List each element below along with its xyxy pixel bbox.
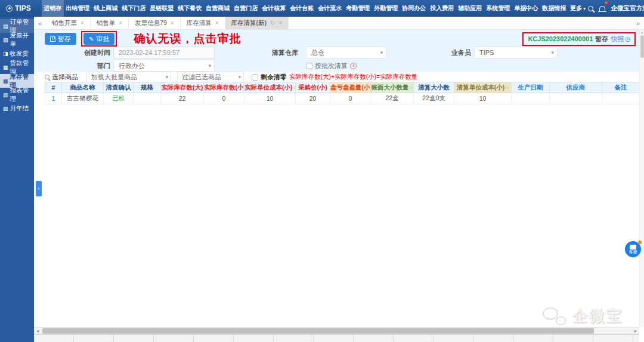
- col-supplier[interactable]: 供应商: [550, 82, 602, 93]
- salesman-value: TIPS: [479, 49, 494, 56]
- close-icon[interactable]: ×: [215, 20, 219, 26]
- col-actual-unit-cost[interactable]: 实际单位成本(小)››: [244, 82, 296, 93]
- nav-item[interactable]: 考勤管理: [344, 0, 372, 17]
- nav-item[interactable]: 协同办公: [400, 0, 428, 17]
- warehouse-value: 总仓: [311, 49, 324, 56]
- col-product-name[interactable]: 商品名称: [62, 82, 104, 93]
- tabs-scroll-right-icon[interactable]: »: [632, 17, 644, 29]
- search-icon[interactable]: [588, 6, 593, 11]
- create-time-field[interactable]: 2023-02-24 17:59:57: [113, 47, 215, 58]
- toolbar: 暂存 ✎ 审批 确认无误，点击审批 KCJS2023022400001 暂存 快…: [45, 32, 636, 46]
- order-icon: ▤: [3, 23, 8, 29]
- nav-item[interactable]: 数据情报: [540, 0, 568, 17]
- nav-item[interactable]: 会计台账: [288, 0, 316, 17]
- brand[interactable]: TIPS: [0, 4, 36, 13]
- col-liquidation-unit-cost[interactable]: 清算单位成本(小)››: [454, 82, 512, 93]
- tab-sales-order[interactable]: 销售单 ×: [91, 17, 129, 29]
- cell-actual-stock-big[interactable]: 22: [161, 93, 204, 104]
- nav-item[interactable]: 星链联盟: [148, 0, 176, 17]
- account-menu[interactable]: 企微宝官方测试（rc） ▾: [611, 4, 644, 13]
- nav-item[interactable]: 会计核算: [260, 0, 288, 17]
- vertical-scrollbar-thumb[interactable]: [640, 35, 644, 58]
- nav-item[interactable]: 单据中心: [512, 0, 540, 17]
- table-header-row: # 商品名称 清查确认 规格 实际库存数(大) 实际库存数(小) 实际单位成本(…: [45, 82, 640, 93]
- nav-item[interactable]: 自营门店: [232, 0, 260, 17]
- sidebar-item-label: 月年结: [10, 104, 29, 113]
- annotation-text: 确认无误，点击审批: [134, 31, 241, 47]
- tab-invoice-info[interactable]: 发票信息79 ×: [129, 17, 181, 29]
- cell-actual-unit-cost[interactable]: 10: [244, 93, 296, 104]
- warehouse-select[interactable]: 总仓 ▾: [306, 47, 386, 58]
- nav-item[interactable]: 线上商城: [92, 0, 120, 17]
- nav-item[interactable]: 辅助应用: [456, 0, 484, 17]
- cell-actual-stock-small[interactable]: 0: [204, 93, 244, 104]
- cell-production-date[interactable]: [512, 93, 550, 104]
- sidebar-item-closing[interactable]: ▨ 月年结: [0, 101, 34, 115]
- col-profit-loss-qty[interactable]: 盘亏盘盈量(小)±››: [330, 82, 371, 93]
- snapshot-link[interactable]: 快照 ◷: [611, 35, 630, 44]
- sort-icon: ››: [293, 85, 296, 91]
- tab-inventory-liquidation-new[interactable]: 库存清算(新) ↻ ×: [225, 17, 289, 29]
- refresh-icon[interactable]: ↻: [270, 20, 275, 26]
- tab-sales-invoicing[interactable]: 销售开票 ×: [46, 17, 91, 29]
- tab-label: 库存清算(新): [231, 19, 267, 27]
- cell-spec[interactable]: [134, 93, 161, 104]
- nav-item[interactable]: 系统管理: [484, 0, 512, 17]
- tab-inventory-liquidation[interactable]: 库存清算 ×: [181, 17, 225, 29]
- salesman-select[interactable]: TIPS ▾: [474, 47, 558, 58]
- cell-supplier[interactable]: [550, 93, 602, 104]
- nav-item-more[interactable]: 更多▾: [568, 0, 588, 17]
- cell-product-name: 吉吉猪樱花: [62, 93, 104, 104]
- table-row[interactable]: 1 吉吉猪樱花 已检 22 0 10 20 0 22盒 22盒0支 10: [45, 93, 640, 104]
- sidebar-item-invoicing[interactable]: ▧ 发票开单: [0, 33, 34, 47]
- tabs-scroll-left-icon[interactable]: «: [34, 17, 46, 29]
- col-book-qty[interactable]: 账面大小数量››: [371, 82, 414, 93]
- scroll-up-arrow-icon[interactable]: ▴: [640, 30, 644, 35]
- vertical-scrollbar[interactable]: ▴: [639, 30, 644, 327]
- customer-service-button[interactable]: 客服: [625, 241, 641, 257]
- cell-index: 1: [45, 93, 62, 104]
- cell-remark[interactable]: [602, 93, 640, 104]
- select-product-link[interactable]: 选择商品: [45, 73, 78, 82]
- col-actual-stock-big[interactable]: 实际库存数(大): [161, 82, 204, 93]
- col-check-confirm[interactable]: 清查确认: [104, 82, 134, 93]
- col-spec[interactable]: 规格: [134, 82, 161, 93]
- nav-item[interactable]: 自营商城: [204, 0, 232, 17]
- sidebar-item-reports[interactable]: ▥ 报表管理: [0, 88, 34, 101]
- sidebar-item-label: 发票开单: [10, 32, 34, 48]
- nav-item[interactable]: 外勤管理: [372, 0, 400, 17]
- close-icon[interactable]: ×: [171, 20, 174, 26]
- nav-item[interactable]: 线下门店: [120, 0, 148, 17]
- approve-button[interactable]: ✎ 审批: [83, 33, 114, 45]
- department-select[interactable]: 行政办公 ▾: [113, 60, 215, 72]
- scroll-left-arrow-icon[interactable]: ◂: [34, 328, 41, 334]
- service-notification-dot: [638, 241, 642, 244]
- nav-item-jinxiaocun[interactable]: 进销存: [42, 0, 64, 17]
- horizontal-scrollbar[interactable]: ◂ ▸: [34, 327, 639, 334]
- load-mode-select[interactable]: 加载大批量商品 ▾: [86, 72, 171, 82]
- col-purchase-price[interactable]: 采购价(小): [296, 82, 330, 93]
- close-icon[interactable]: ×: [119, 20, 122, 26]
- col-actual-stock-small[interactable]: 实际库存数(小): [204, 82, 244, 93]
- info-icon[interactable]: [350, 63, 357, 69]
- horizontal-scrollbar-thumb[interactable]: [42, 328, 594, 334]
- batch-liquidation-checkbox[interactable]: [306, 63, 312, 69]
- notifications-bell-icon[interactable]: [599, 3, 605, 14]
- save-draft-button[interactable]: 暂存: [45, 33, 76, 45]
- nav-item[interactable]: 出纳管理: [64, 0, 92, 17]
- create-time-label: 创建时间: [58, 47, 110, 58]
- nav-item[interactable]: 投入费用: [428, 0, 456, 17]
- nav-item[interactable]: 会计流水: [316, 0, 344, 17]
- filter-selected-select[interactable]: 过滤已选商品 ▾: [177, 72, 244, 82]
- col-liquidation-qty[interactable]: 清算大小数: [414, 82, 454, 93]
- sort-icon: ››: [505, 85, 509, 91]
- remainder-zero-checkbox[interactable]: [252, 74, 258, 81]
- nav-item[interactable]: 线下餐饮: [176, 0, 204, 17]
- close-icon[interactable]: ×: [278, 20, 282, 26]
- col-remark[interactable]: 备注: [602, 82, 640, 93]
- close-icon[interactable]: ×: [80, 20, 84, 26]
- cell-purchase-price[interactable]: 20: [296, 93, 330, 104]
- scroll-right-arrow-icon[interactable]: ▸: [632, 328, 639, 334]
- col-production-date[interactable]: 生产日期: [512, 82, 550, 93]
- sidebar-collapse-handle[interactable]: ‹: [36, 181, 42, 196]
